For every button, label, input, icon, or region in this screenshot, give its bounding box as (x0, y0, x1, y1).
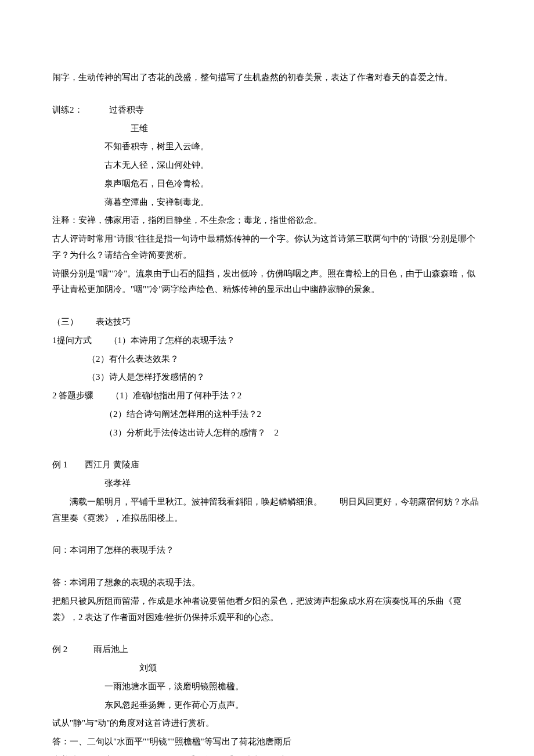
example2-title: 例 2 雨后池上 (52, 642, 482, 658)
example1-answer-head: 答：本词用了想象的表现的表现手法。 (52, 575, 482, 591)
poem-line: 泉声咽危石，日色冷青松。 (52, 176, 482, 192)
answer-step-3: （3）分析此手法传达出诗人怎样的感情？ 2 (52, 425, 482, 441)
answer-step-2: （2）结合诗句阐述怎样用的这种手法？2 (52, 406, 482, 423)
example1-question: 问：本词用了怎样的表现手法？ (52, 542, 482, 559)
example2-answer-line: 幽美迷人的静态。/三四句用"忽起""垂扬舞"及垂杨叶上的雨滴发 (52, 753, 482, 756)
example1-title: 例 1 西江月 黄陵庙 (52, 457, 482, 473)
exercise2-note: 注释：安禅，佛家用语，指闭目静坐，不生杂念；毒龙，指世俗欲念。 (52, 213, 482, 229)
example1-answer-body: 把船只被风所阻而留滞，作成是水神者说要留他看夕阳的景色，把波涛声想象成水府在演奏… (52, 593, 482, 626)
example2-answer-line: 答：一、二句以"水面平""明镜""照檐楹"等写出了荷花池唐雨后 (52, 734, 482, 750)
exercise2-answer: 诗眼分别是"咽""冷"。流泉由于山石的阻挡，发出低吟，仿佛呜咽之声。照在青松上的… (52, 266, 482, 298)
exercise2-question: 古人评诗时常用"诗眼"往往是指一句诗中最精炼传神的一个字。你认为这首诗第三联两句… (52, 231, 482, 264)
section3-heading: （三） 表达技巧 (52, 314, 482, 330)
question-method-1: 1提问方式 （1）本诗用了怎样的表现手法？ (52, 333, 482, 349)
question-method-2: （2）有什么表达效果？ (52, 351, 482, 368)
answer-step-1: 2 答题步骤 （1）准确地指出用了何种手法？2 (52, 388, 482, 404)
poem-line: 不知香积寺，树里入云峰。 (52, 139, 482, 155)
intro-line: 闹字，生动传神的写出了杏花的茂盛，整句描写了生机盎然的初春美景，表达了作者对春天… (52, 70, 482, 86)
example1-author: 张孝祥 (52, 476, 482, 492)
exercise2-author: 王维 (52, 121, 482, 137)
poem-line: 古木无人径，深山何处钟。 (52, 157, 482, 174)
example2-author: 刘颁 (52, 660, 482, 676)
poem-line: 东风忽起垂扬舞，更作荷心万点声。 (52, 697, 482, 714)
question-method-3: （3）诗人是怎样抒发感情的？ (52, 369, 482, 386)
poem-line: 薄暮空潭曲，安禅制毒龙。 (52, 195, 482, 211)
exercise2-title: 训练2： 过香积寺 (52, 102, 482, 118)
example2-question: 试从"静"与"动"的角度对这首诗进行赏析。 (52, 715, 482, 732)
example1-body: 满载一船明月，平铺千里秋江。波神留我看斜阳，唤起鳞鳞细浪。 明日风回更好，今朝露… (52, 494, 482, 527)
poem-line: 一雨池塘水面平，淡磨明镜照檐楹。 (52, 679, 482, 695)
